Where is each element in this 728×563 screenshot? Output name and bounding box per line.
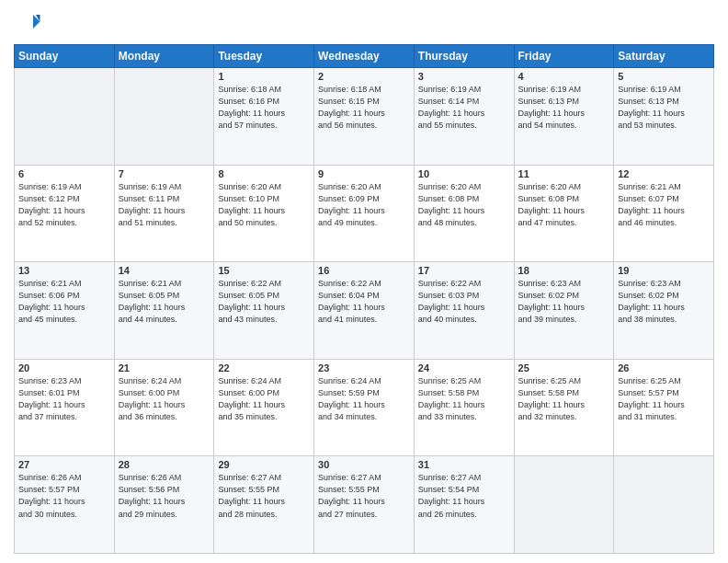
day-info: Sunrise: 6:25 AM Sunset: 5:58 PM Dayligh… xyxy=(518,375,610,423)
weekday-header-wednesday: Wednesday xyxy=(314,45,415,68)
day-info: Sunrise: 6:18 AM Sunset: 6:16 PM Dayligh… xyxy=(218,84,310,132)
day-number: 18 xyxy=(518,265,610,276)
calendar-cell: 13Sunrise: 6:21 AM Sunset: 6:06 PM Dayli… xyxy=(15,262,115,360)
day-number: 25 xyxy=(518,362,610,373)
calendar-cell: 6Sunrise: 6:19 AM Sunset: 6:12 PM Daylig… xyxy=(15,165,115,262)
calendar-cell: 5Sunrise: 6:19 AM Sunset: 6:13 PM Daylig… xyxy=(614,68,714,166)
header xyxy=(14,9,714,37)
day-number: 19 xyxy=(618,265,710,276)
week-row-1: 6Sunrise: 6:19 AM Sunset: 6:12 PM Daylig… xyxy=(15,165,714,262)
day-info: Sunrise: 6:27 AM Sunset: 5:55 PM Dayligh… xyxy=(218,472,310,520)
calendar-cell: 21Sunrise: 6:24 AM Sunset: 6:00 PM Dayli… xyxy=(114,359,214,456)
calendar-cell: 14Sunrise: 6:21 AM Sunset: 6:05 PM Dayli… xyxy=(114,262,214,360)
day-number: 11 xyxy=(518,168,610,179)
calendar-cell: 17Sunrise: 6:22 AM Sunset: 6:03 PM Dayli… xyxy=(414,262,514,360)
day-number: 4 xyxy=(518,71,610,82)
day-info: Sunrise: 6:19 AM Sunset: 6:13 PM Dayligh… xyxy=(618,84,710,132)
day-number: 9 xyxy=(318,168,410,179)
calendar-cell xyxy=(514,456,614,554)
page: SundayMondayTuesdayWednesdayThursdayFrid… xyxy=(0,0,728,563)
calendar-cell: 3Sunrise: 6:19 AM Sunset: 6:14 PM Daylig… xyxy=(414,68,514,166)
day-info: Sunrise: 6:19 AM Sunset: 6:14 PM Dayligh… xyxy=(418,84,510,132)
calendar-cell xyxy=(114,68,214,166)
day-info: Sunrise: 6:19 AM Sunset: 6:11 PM Dayligh… xyxy=(119,181,210,229)
day-number: 6 xyxy=(18,168,110,179)
calendar-cell: 25Sunrise: 6:25 AM Sunset: 5:58 PM Dayli… xyxy=(514,359,614,456)
calendar-cell: 18Sunrise: 6:23 AM Sunset: 6:02 PM Dayli… xyxy=(514,262,614,360)
week-row-0: 1Sunrise: 6:18 AM Sunset: 6:16 PM Daylig… xyxy=(15,68,714,166)
logo-icon xyxy=(14,9,41,37)
day-number: 10 xyxy=(418,168,510,179)
calendar-cell: 23Sunrise: 6:24 AM Sunset: 5:59 PM Dayli… xyxy=(314,359,415,456)
calendar-cell: 7Sunrise: 6:19 AM Sunset: 6:11 PM Daylig… xyxy=(114,165,214,262)
day-number: 28 xyxy=(119,459,210,470)
day-info: Sunrise: 6:22 AM Sunset: 6:05 PM Dayligh… xyxy=(218,278,310,326)
calendar-cell: 27Sunrise: 6:26 AM Sunset: 5:57 PM Dayli… xyxy=(15,456,115,554)
day-number: 14 xyxy=(119,265,210,276)
calendar-cell: 22Sunrise: 6:24 AM Sunset: 6:00 PM Dayli… xyxy=(214,359,314,456)
day-number: 31 xyxy=(418,459,510,470)
day-number: 5 xyxy=(618,71,710,82)
calendar-cell: 30Sunrise: 6:27 AM Sunset: 5:55 PM Dayli… xyxy=(314,456,415,554)
day-info: Sunrise: 6:24 AM Sunset: 5:59 PM Dayligh… xyxy=(318,375,410,423)
calendar-cell: 31Sunrise: 6:27 AM Sunset: 5:54 PM Dayli… xyxy=(414,456,514,554)
day-info: Sunrise: 6:22 AM Sunset: 6:04 PM Dayligh… xyxy=(318,278,410,326)
day-info: Sunrise: 6:24 AM Sunset: 6:00 PM Dayligh… xyxy=(119,375,210,423)
weekday-header-saturday: Saturday xyxy=(614,45,714,68)
calendar-cell: 9Sunrise: 6:20 AM Sunset: 6:09 PM Daylig… xyxy=(314,165,415,262)
day-info: Sunrise: 6:22 AM Sunset: 6:03 PM Dayligh… xyxy=(418,278,510,326)
calendar-cell: 16Sunrise: 6:22 AM Sunset: 6:04 PM Dayli… xyxy=(314,262,415,360)
day-info: Sunrise: 6:19 AM Sunset: 6:12 PM Dayligh… xyxy=(18,181,110,229)
calendar-cell: 15Sunrise: 6:22 AM Sunset: 6:05 PM Dayli… xyxy=(214,262,314,360)
day-info: Sunrise: 6:24 AM Sunset: 6:00 PM Dayligh… xyxy=(218,375,310,423)
day-info: Sunrise: 6:18 AM Sunset: 6:15 PM Dayligh… xyxy=(318,84,410,132)
day-number: 3 xyxy=(418,71,510,82)
day-info: Sunrise: 6:27 AM Sunset: 5:55 PM Dayligh… xyxy=(318,472,410,520)
calendar-cell: 1Sunrise: 6:18 AM Sunset: 6:16 PM Daylig… xyxy=(214,68,314,166)
weekday-header-row: SundayMondayTuesdayWednesdayThursdayFrid… xyxy=(15,45,714,68)
day-info: Sunrise: 6:20 AM Sunset: 6:08 PM Dayligh… xyxy=(518,181,610,229)
day-number: 16 xyxy=(318,265,410,276)
day-number: 12 xyxy=(618,168,710,179)
day-number: 8 xyxy=(218,168,310,179)
day-number: 29 xyxy=(218,459,310,470)
day-number: 26 xyxy=(618,362,710,373)
day-number: 17 xyxy=(418,265,510,276)
day-number: 20 xyxy=(18,362,110,373)
day-info: Sunrise: 6:25 AM Sunset: 5:58 PM Dayligh… xyxy=(418,375,510,423)
day-info: Sunrise: 6:19 AM Sunset: 6:13 PM Dayligh… xyxy=(518,84,610,132)
calendar-cell: 2Sunrise: 6:18 AM Sunset: 6:15 PM Daylig… xyxy=(314,68,415,166)
weekday-header-tuesday: Tuesday xyxy=(214,45,314,68)
week-row-4: 27Sunrise: 6:26 AM Sunset: 5:57 PM Dayli… xyxy=(15,456,714,554)
day-info: Sunrise: 6:25 AM Sunset: 5:57 PM Dayligh… xyxy=(618,375,710,423)
day-number: 7 xyxy=(119,168,210,179)
day-number: 23 xyxy=(318,362,410,373)
logo xyxy=(14,9,45,37)
day-info: Sunrise: 6:23 AM Sunset: 6:01 PM Dayligh… xyxy=(18,375,110,423)
day-info: Sunrise: 6:23 AM Sunset: 6:02 PM Dayligh… xyxy=(518,278,610,326)
day-number: 30 xyxy=(318,459,410,470)
calendar-cell: 24Sunrise: 6:25 AM Sunset: 5:58 PM Dayli… xyxy=(414,359,514,456)
weekday-header-thursday: Thursday xyxy=(414,45,514,68)
day-number: 22 xyxy=(218,362,310,373)
day-number: 13 xyxy=(18,265,110,276)
calendar-cell: 4Sunrise: 6:19 AM Sunset: 6:13 PM Daylig… xyxy=(514,68,614,166)
calendar-cell: 11Sunrise: 6:20 AM Sunset: 6:08 PM Dayli… xyxy=(514,165,614,262)
calendar-cell: 28Sunrise: 6:26 AM Sunset: 5:56 PM Dayli… xyxy=(114,456,214,554)
day-number: 21 xyxy=(119,362,210,373)
calendar-cell: 12Sunrise: 6:21 AM Sunset: 6:07 PM Dayli… xyxy=(614,165,714,262)
calendar-cell xyxy=(15,68,115,166)
day-info: Sunrise: 6:27 AM Sunset: 5:54 PM Dayligh… xyxy=(418,472,510,520)
week-row-3: 20Sunrise: 6:23 AM Sunset: 6:01 PM Dayli… xyxy=(15,359,714,456)
calendar-cell: 20Sunrise: 6:23 AM Sunset: 6:01 PM Dayli… xyxy=(15,359,115,456)
calendar-cell: 19Sunrise: 6:23 AM Sunset: 6:02 PM Dayli… xyxy=(614,262,714,360)
weekday-header-monday: Monday xyxy=(114,45,214,68)
calendar-cell: 10Sunrise: 6:20 AM Sunset: 6:08 PM Dayli… xyxy=(414,165,514,262)
day-info: Sunrise: 6:21 AM Sunset: 6:07 PM Dayligh… xyxy=(618,181,710,229)
day-number: 24 xyxy=(418,362,510,373)
day-info: Sunrise: 6:26 AM Sunset: 5:57 PM Dayligh… xyxy=(18,472,110,520)
day-number: 1 xyxy=(218,71,310,82)
weekday-header-friday: Friday xyxy=(514,45,614,68)
day-number: 27 xyxy=(18,459,110,470)
day-info: Sunrise: 6:20 AM Sunset: 6:10 PM Dayligh… xyxy=(218,181,310,229)
